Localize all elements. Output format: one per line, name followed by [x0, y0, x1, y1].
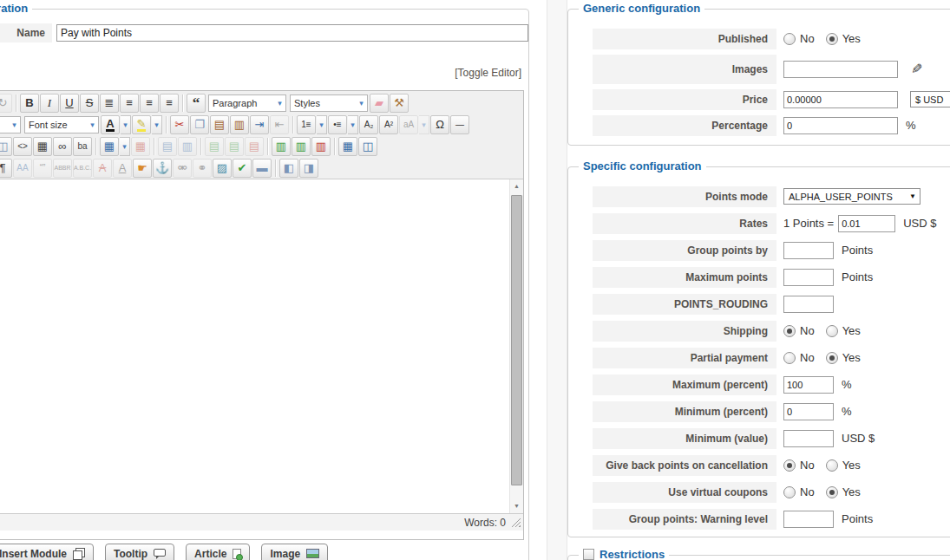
points-mode-select[interactable]: ALPHA_USER_POINTS▼	[783, 188, 921, 205]
price-input[interactable]	[783, 91, 898, 108]
edit-pencil-icon[interactable]: ✎	[911, 62, 922, 76]
table-cell-props-icon[interactable]: ▥	[178, 137, 197, 156]
give-back-points-no-radio[interactable]	[783, 459, 796, 472]
scroll-up-icon[interactable]: ▲	[510, 179, 523, 193]
published-no-radio[interactable]	[783, 33, 796, 45]
restrictions-checkbox[interactable]	[583, 549, 594, 560]
maximum-percent-input[interactable]	[783, 376, 834, 394]
abbreviation-icon[interactable]: ABBR	[53, 159, 72, 178]
align-left-icon[interactable]: ≡	[140, 94, 159, 113]
superscript-icon[interactable]: A²	[379, 115, 398, 134]
row-insert-before-icon[interactable]: ▤	[205, 137, 224, 156]
anchor-icon[interactable]: ⚓	[153, 159, 172, 178]
tooltip-button[interactable]: Tooltip	[105, 544, 174, 560]
scroll-down-icon[interactable]: ▼	[510, 499, 523, 513]
highlight-color-dropdown-icon[interactable]: ▾	[152, 115, 162, 134]
scrollbar-thumb[interactable]	[511, 195, 522, 485]
spellcheck-icon[interactable]: ✔	[233, 159, 252, 178]
paste-icon[interactable]: ▤	[210, 115, 229, 134]
shipping-no-radio[interactable]	[783, 325, 796, 337]
split-cells-icon[interactable]: ▦	[338, 137, 357, 156]
toggle-editor-link[interactable]: [Toggle Editor]	[455, 67, 521, 79]
ordered-list-dropdown-icon[interactable]: ▾	[317, 115, 327, 134]
acronym-icon[interactable]: A.B.C.	[73, 159, 92, 178]
percentage-input[interactable]	[783, 117, 898, 134]
align-right-icon[interactable]: ≡	[160, 94, 179, 113]
horizontal-rule-icon[interactable]: —	[450, 115, 469, 134]
special-char-icon[interactable]: Ω	[430, 115, 449, 134]
editor-content-area[interactable]: ▲ ▼	[0, 179, 523, 513]
font-size-select[interactable]: Font size▾	[24, 116, 99, 133]
shipping-yes-radio[interactable]	[826, 325, 838, 337]
find-replace-icon[interactable]: ba	[73, 137, 92, 156]
published-yes-radio[interactable]	[826, 33, 838, 45]
font-color-icon[interactable]: A	[101, 115, 120, 134]
repeat-icon[interactable]: ↻	[0, 94, 12, 113]
rates-input[interactable]	[838, 215, 895, 232]
italic-icon[interactable]: I	[40, 94, 59, 113]
blockquote-icon[interactable]: “	[187, 94, 206, 113]
table-delete-icon[interactable]: ▦	[131, 137, 150, 156]
use-virtual-coupons-yes-radio[interactable]	[826, 486, 838, 498]
images-input[interactable]	[783, 61, 898, 78]
table-insert-icon[interactable]: ▦	[100, 137, 119, 156]
font-color-dropdown-icon[interactable]: ▾	[121, 115, 131, 134]
case-change-icon[interactable]: aA	[399, 115, 418, 134]
ins-icon[interactable]: A	[113, 159, 132, 178]
unlink-icon[interactable]: ⚮	[173, 159, 192, 178]
minimum-percent-input[interactable]	[783, 403, 834, 420]
paste-text-icon[interactable]: ▥	[230, 115, 249, 134]
styles-select[interactable]: Styles▾	[290, 94, 368, 112]
insert-module-button[interactable]: Insert Module	[0, 544, 94, 560]
split-window-icon[interactable]: ◧	[279, 159, 298, 178]
strikethrough-icon[interactable]: S	[80, 94, 99, 113]
maximum-points-input[interactable]	[783, 269, 834, 286]
ordered-list-icon[interactable]: 1≡	[297, 115, 316, 134]
outdent-icon[interactable]: ⇤	[270, 115, 289, 134]
highlight-color-icon[interactable]: ✎	[132, 115, 151, 134]
bullet-list-dropdown-icon[interactable]: ▾	[348, 115, 358, 134]
minimum-value-input[interactable]	[783, 430, 834, 447]
image-icon[interactable]: ▨	[213, 159, 232, 178]
indent-icon[interactable]: ⇥	[250, 115, 269, 134]
group-points-by-input[interactable]	[783, 242, 834, 259]
points-rouding-input[interactable]	[783, 296, 834, 313]
use-virtual-coupons-no-radio[interactable]	[783, 486, 796, 498]
cleanup-icon[interactable]: ⚒	[390, 94, 409, 113]
case-change-dropdown-icon[interactable]: ▾	[419, 115, 429, 134]
del-icon[interactable]: A	[93, 159, 112, 178]
find-icon[interactable]: ∞	[53, 137, 72, 156]
align-justify-icon[interactable]: ≣	[100, 94, 119, 113]
font-family-select[interactable]: ▾	[0, 116, 21, 133]
bold-icon[interactable]: B	[20, 94, 39, 113]
underline-icon[interactable]: U	[60, 94, 79, 113]
image-button[interactable]: Image	[261, 544, 328, 560]
partial-payment-no-radio[interactable]	[783, 352, 796, 364]
citation-icon[interactable]: “”	[33, 159, 52, 178]
col-insert-after-icon[interactable]: ▥	[292, 137, 311, 156]
name-input[interactable]	[56, 24, 528, 42]
col-insert-before-icon[interactable]: ▥	[272, 137, 291, 156]
source-code-icon[interactable]: <>	[13, 137, 32, 156]
col-delete-icon[interactable]: ▥	[311, 137, 331, 156]
copy-icon[interactable]: ❐	[190, 115, 209, 134]
resize-grip[interactable]	[511, 518, 521, 527]
merge-cells-icon[interactable]: ◫	[358, 137, 377, 156]
align-center-icon[interactable]: ≡	[120, 94, 139, 113]
remove-format-icon[interactable]: ▰	[370, 94, 389, 113]
bullet-list-icon[interactable]: •≡	[328, 115, 347, 134]
table-row-props-icon[interactable]: ▤	[158, 137, 177, 156]
article-button[interactable]: Article	[186, 544, 250, 560]
paragraph-select[interactable]: Paragraph▾	[208, 94, 286, 112]
layers-icon[interactable]: ▬	[252, 159, 272, 178]
subscript-icon[interactable]: A₂	[359, 115, 378, 134]
preview-icon[interactable]: ◫	[0, 137, 12, 156]
link-icon[interactable]: ⚭	[193, 159, 212, 178]
font-style-icon[interactable]: AA	[13, 159, 32, 178]
warning-level-input[interactable]	[783, 511, 834, 528]
row-delete-icon[interactable]: ▤	[245, 137, 264, 156]
editor-scrollbar[interactable]: ▲ ▼	[509, 179, 523, 513]
price-currency-select[interactable]: $ USD▼	[910, 91, 950, 107]
attributes-icon[interactable]: ☛	[133, 159, 152, 178]
iframe-icon[interactable]: ◨	[299, 159, 318, 178]
